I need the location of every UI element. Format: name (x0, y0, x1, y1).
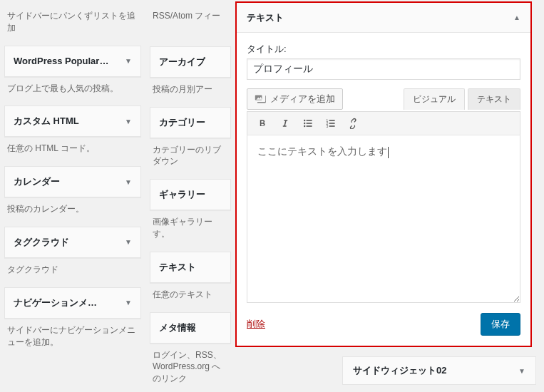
widget-calendar[interactable]: カレンダー ▼ (4, 166, 141, 197)
widget-title: カスタム HTML (14, 115, 79, 128)
widget-desc: タグクラウド (4, 258, 141, 279)
bold-button[interactable] (252, 114, 273, 133)
sidebar-area-title: サイドウィジェット02 (353, 364, 446, 377)
widget-title: WordPress Popular… (14, 56, 108, 66)
svg-point-4 (304, 125, 305, 127)
tab-visual[interactable]: ビジュアル (404, 88, 465, 110)
tab-text[interactable]: テキスト (468, 88, 520, 110)
caret-down-icon: ▼ (125, 178, 132, 186)
add-media-button[interactable]: メディアを追加 (247, 88, 343, 110)
title-input[interactable] (247, 58, 520, 80)
link-button[interactable] (343, 114, 364, 133)
text-cursor (388, 147, 389, 158)
sidebar-widget-area[interactable]: サイドウィジェット02 ▼ (342, 356, 536, 385)
title-label: タイトル: (247, 43, 520, 56)
widget-title: ナビゲーションメ… (14, 296, 97, 309)
svg-point-0 (304, 120, 305, 121)
widget-desc: サイドバーにパンくずリストを追加 (4, 4, 141, 37)
content-text: ここにテキストを入力します (257, 146, 387, 157)
widget-desc: 任意の HTML コード。 (4, 137, 141, 158)
widget-desc: 画像ギャラリーす。 (150, 210, 231, 243)
widget-custom-html[interactable]: カスタム HTML ▼ (4, 105, 141, 137)
caret-down-icon: ▼ (125, 118, 132, 125)
svg-rect-7 (329, 120, 335, 121)
svg-point-2 (304, 123, 305, 124)
svg-rect-5 (307, 125, 312, 127)
svg-rect-3 (307, 123, 312, 124)
widget-title: アーカイブ (159, 56, 205, 68)
content-editor[interactable]: ここにテキストを入力します (247, 135, 520, 303)
widget-categories[interactable]: カテゴリー (150, 107, 231, 138)
widget-title: メタ情報 (159, 321, 196, 334)
widget-desc: カテゴリーのリブダウン (150, 138, 231, 171)
widget-tag-cloud[interactable]: タグクラウド ▼ (4, 227, 141, 258)
editor-header[interactable]: テキスト ▲ (237, 3, 530, 33)
widget-text[interactable]: テキスト (150, 252, 231, 283)
caret-down-icon: ▼ (125, 238, 132, 246)
editor-toolbar: 123 (247, 111, 520, 135)
widget-desc: RSS/Atom フィー (150, 4, 231, 25)
svg-text:3: 3 (327, 125, 329, 128)
widget-title: カテゴリー (159, 116, 205, 129)
add-media-label: メディアを追加 (270, 93, 335, 105)
caret-down-icon: ▼ (125, 57, 132, 65)
bullet-list-button[interactable] (297, 114, 319, 133)
widget-gallery[interactable]: ギャラリー (150, 179, 231, 210)
widget-wordpress-popular[interactable]: WordPress Popular… ▼ (4, 46, 141, 77)
widget-meta[interactable]: メタ情報 (150, 312, 231, 344)
widget-desc: ブログ上で最も人気の投稿。 (4, 77, 141, 98)
media-icon (255, 93, 266, 105)
save-button[interactable]: 保存 (481, 313, 520, 336)
widget-archives[interactable]: アーカイブ (150, 46, 231, 78)
widget-desc: 任意のテキスト (150, 283, 231, 304)
svg-rect-11 (329, 125, 335, 127)
widget-nav-menu[interactable]: ナビゲーションメ… ▼ (4, 287, 141, 319)
widget-title: カレンダー (14, 175, 60, 188)
caret-up-icon: ▲ (513, 14, 520, 21)
widget-desc: 投稿のカレンダー。 (4, 197, 141, 218)
editor-title: テキスト (247, 11, 284, 24)
widget-title: タグクラウド (14, 236, 69, 249)
caret-down-icon: ▼ (518, 367, 525, 375)
delete-link[interactable]: 削除 (247, 318, 265, 331)
svg-rect-1 (307, 120, 312, 121)
text-widget-editor: テキスト ▲ タイトル: メディアを追加 ビジュアル テキスト 123 ここにテ… (235, 1, 532, 347)
widget-desc: ログイン、RSS、WordPress.org へのリンク (150, 344, 231, 388)
widget-title: テキスト (159, 261, 196, 274)
svg-rect-9 (329, 123, 335, 124)
numbered-list-button[interactable]: 123 (320, 114, 342, 133)
italic-button[interactable] (274, 114, 296, 133)
widget-desc: サイドバーにナビゲーションメニューを追加。 (4, 319, 141, 351)
widget-title: ギャラリー (159, 188, 205, 201)
widget-desc: 投稿の月別アー (150, 78, 231, 98)
caret-down-icon: ▼ (125, 299, 132, 306)
